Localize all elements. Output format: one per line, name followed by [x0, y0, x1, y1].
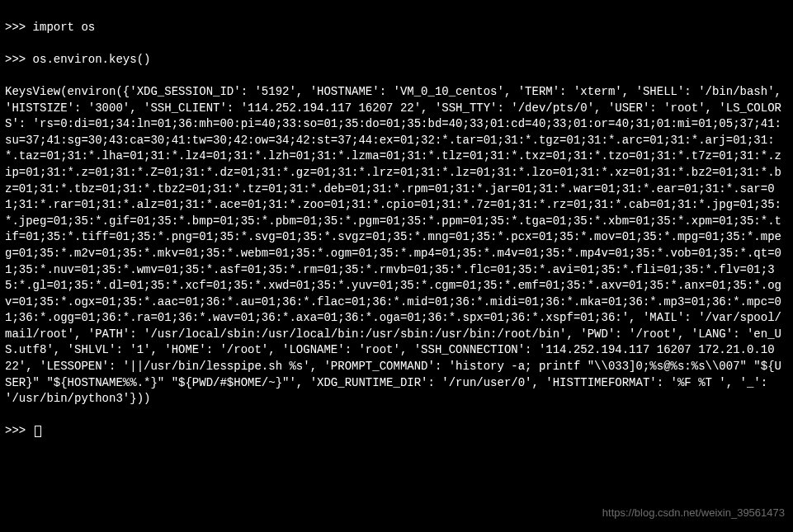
command-text: import os: [33, 21, 96, 34]
prompt-line[interactable]: >>>: [5, 423, 788, 440]
terminal-output[interactable]: >>> import os >>> os.environ.keys() Keys…: [5, 3, 788, 456]
command-text: os.environ.keys(): [33, 53, 151, 66]
cursor-icon: [35, 426, 41, 437]
python-prompt: >>>: [5, 53, 33, 66]
command-line-2: >>> os.environ.keys(): [5, 52, 788, 68]
watermark-text: https://blog.csdn.net/weixin_39561473: [602, 506, 785, 520]
command-line-1: >>> import os: [5, 20, 788, 36]
python-prompt: >>>: [5, 21, 33, 34]
output-text: KeysView(environ({'XDG_SESSION_ID': '519…: [5, 84, 788, 407]
python-prompt: >>>: [5, 424, 33, 437]
